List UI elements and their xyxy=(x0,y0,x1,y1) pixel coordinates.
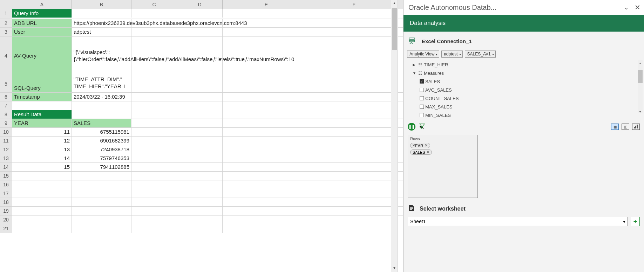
col-header-d[interactable]: D xyxy=(177,0,223,9)
cell-d6[interactable] xyxy=(177,93,223,101)
cell-a4[interactable]: AV-Query xyxy=(12,37,72,75)
pivot-view-icon[interactable]: ◫ xyxy=(622,124,629,130)
cell-b3[interactable]: adptest xyxy=(72,28,131,36)
add-worksheet-button[interactable]: + xyxy=(631,217,640,226)
cell-c3[interactable] xyxy=(131,28,177,36)
cell-a11[interactable]: 12 xyxy=(12,137,72,145)
cell-f6[interactable] xyxy=(310,93,398,101)
remove-icon[interactable]: ✕ xyxy=(425,143,428,148)
cell-c4[interactable] xyxy=(131,37,177,75)
cell-f8[interactable] xyxy=(310,110,398,119)
measure-sales[interactable]: ✓ SALES xyxy=(409,77,639,86)
row-header[interactable]: 16 xyxy=(0,180,12,189)
row-header[interactable]: 13 xyxy=(0,154,12,162)
cell-e6[interactable] xyxy=(223,93,310,101)
cell-a8[interactable]: Result Data xyxy=(12,110,72,119)
cell-b7[interactable] xyxy=(72,101,131,110)
cell-e5[interactable] xyxy=(223,75,310,92)
measure-max-sales[interactable]: MAX_SALES xyxy=(409,102,639,111)
expand-icon[interactable]: ▼ xyxy=(413,71,417,75)
cell-b9[interactable]: SALES xyxy=(72,119,131,127)
grid-body[interactable]: 1 Query Info 2 ADB URL https://phoenix23… xyxy=(0,9,403,272)
cell-a7[interactable] xyxy=(12,101,72,110)
checkbox-icon[interactable] xyxy=(420,105,424,109)
cell-f4[interactable] xyxy=(310,37,398,75)
cell-b1[interactable] xyxy=(72,9,131,18)
cell-f3[interactable] xyxy=(310,28,398,36)
cell-e1[interactable] xyxy=(223,9,310,18)
measure-avg-sales[interactable]: AVG_SALES xyxy=(409,86,639,94)
row-header[interactable]: 3 xyxy=(0,28,12,36)
cell-b4[interactable]: "{\"visualspec\":{\"hierOrder\":false,\"… xyxy=(72,37,131,75)
row-header[interactable]: 2 xyxy=(0,19,12,27)
measure-min-sales[interactable]: MIN_SALES xyxy=(409,111,639,119)
analytic-view-select[interactable]: Analytic View▾ xyxy=(407,51,439,58)
measure-count-sales[interactable]: COUNT_SALES xyxy=(409,94,639,102)
tree-node-measures[interactable]: ▼ ☷ Measures xyxy=(409,69,639,77)
row-header[interactable]: 8 xyxy=(0,110,12,119)
cell-b5[interactable]: "TIME_ATTR_DIM"." TIME_HIER"."YEAR_I xyxy=(72,75,131,92)
cell-b13[interactable]: 7579746353 xyxy=(72,154,131,162)
worksheet-select[interactable]: Sheet1 ▾ xyxy=(408,217,628,226)
row-header[interactable]: 20 xyxy=(0,215,12,224)
scroll-down-icon[interactable]: ▼ xyxy=(638,109,643,113)
row-header[interactable]: 5 xyxy=(0,75,12,92)
cell-d8[interactable] xyxy=(177,110,223,119)
cell-c6[interactable] xyxy=(131,93,177,101)
col-header-b[interactable]: B xyxy=(72,0,131,9)
av-select[interactable]: SALES_AV1▾ xyxy=(465,51,496,58)
cell-c8[interactable] xyxy=(131,110,177,119)
cell-a14[interactable]: 15 xyxy=(12,163,72,171)
row-header[interactable]: 10 xyxy=(0,128,12,136)
pause-button[interactable]: ❚❚ xyxy=(408,123,415,131)
cell-f7[interactable] xyxy=(310,101,398,110)
cell-d7[interactable] xyxy=(177,101,223,110)
cell-d5[interactable] xyxy=(177,75,223,92)
checkbox-icon[interactable] xyxy=(420,113,424,117)
cell-c9[interactable] xyxy=(131,119,177,127)
cell-a10[interactable]: 11 xyxy=(12,128,72,136)
cell-c10[interactable] xyxy=(131,128,177,136)
cell-e7[interactable] xyxy=(223,101,310,110)
cell-e9[interactable] xyxy=(223,119,310,127)
cell-d10[interactable] xyxy=(177,128,223,136)
cell-a6[interactable]: Timestamp xyxy=(12,93,72,101)
chevron-down-icon[interactable]: ⌄ xyxy=(624,4,629,11)
cell-c1[interactable] xyxy=(131,9,177,18)
cell-c5[interactable] xyxy=(131,75,177,92)
row-header[interactable]: 18 xyxy=(0,198,12,206)
cell-f2[interactable] xyxy=(310,19,398,27)
checkbox-checked-icon[interactable]: ✓ xyxy=(420,79,424,84)
cell-a5[interactable]: SQL-Query xyxy=(12,75,72,92)
row-header[interactable]: 1 xyxy=(0,9,12,19)
row-header[interactable]: 17 xyxy=(0,189,12,198)
row-header[interactable]: 9 xyxy=(0,119,12,127)
row-header[interactable]: 21 xyxy=(0,224,12,233)
cell-e4[interactable] xyxy=(223,37,310,75)
tree-node-timehier[interactable]: ▶ ☷ TIME_HIER xyxy=(409,60,639,69)
cell-e2[interactable] xyxy=(223,19,310,27)
remove-icon[interactable]: ✕ xyxy=(426,150,429,154)
col-header-a[interactable]: A xyxy=(12,0,72,9)
select-all-corner[interactable] xyxy=(0,0,12,9)
cell-d4[interactable] xyxy=(177,37,223,75)
row-header[interactable]: 19 xyxy=(0,207,12,215)
row-header[interactable]: 4 xyxy=(0,37,12,75)
cell-a2[interactable]: ADB URL xyxy=(12,19,72,27)
scroll-up-icon[interactable]: ▲ xyxy=(638,60,643,65)
row-header[interactable]: 12 xyxy=(0,145,12,154)
checkbox-icon[interactable] xyxy=(420,88,424,92)
cell-c7[interactable] xyxy=(131,101,177,110)
cell-f5[interactable] xyxy=(310,75,398,92)
filter-icon[interactable] xyxy=(419,123,425,131)
cell-a1[interactable]: Query Info xyxy=(12,9,72,18)
rows-dropzone[interactable]: Rows YEAR✕ SALES✕ xyxy=(408,135,478,198)
cell-b14[interactable]: 7941102885 xyxy=(72,163,131,171)
scroll-up-icon[interactable]: ▲ xyxy=(391,0,398,7)
tree-scrollbar[interactable]: ▲ ▼ xyxy=(638,60,643,113)
tag-sales[interactable]: SALES✕ xyxy=(410,150,432,155)
cell-b10[interactable]: 6755115981 xyxy=(72,128,131,136)
cell-d1[interactable] xyxy=(177,9,223,18)
cell-f9[interactable] xyxy=(310,119,398,127)
checkbox-icon[interactable] xyxy=(420,96,424,100)
